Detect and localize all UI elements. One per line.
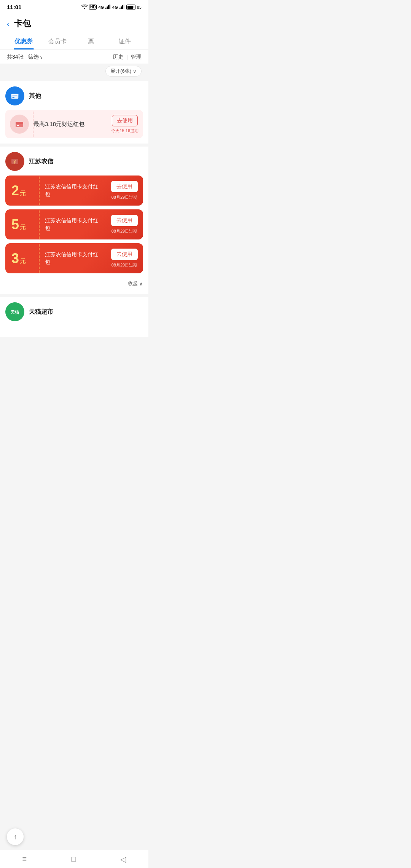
svg-rect-6 xyxy=(122,5,123,9)
signal-icon-2 xyxy=(119,5,125,10)
section-name-other: 其他 xyxy=(29,92,41,100)
wifi-icon xyxy=(81,5,88,10)
coupon-amount-1: 2 xyxy=(11,183,19,199)
network-4g-1: 4G xyxy=(98,5,104,10)
coupon-mid-3: 江苏农信信用卡支付红包 xyxy=(40,246,107,271)
chevron-down-icon: ∨ xyxy=(40,55,43,59)
total-count: 共34张 xyxy=(7,54,24,61)
coupon-unit-1: 元 xyxy=(20,190,26,198)
svg-rect-3 xyxy=(110,5,111,9)
red-coupon-3: 3 元 江苏农信信用卡支付红包 去使用 08月29日过期 xyxy=(5,243,143,273)
svg-rect-5 xyxy=(121,6,122,9)
use-button-red-2[interactable]: 去使用 xyxy=(111,215,138,226)
pink-coupon-icon xyxy=(10,115,29,134)
section-name-tmall: 天猫超市 xyxy=(29,308,53,316)
filter-left: 共34张 筛选 ∨ xyxy=(7,54,43,61)
back-button[interactable]: ‹ xyxy=(7,19,10,28)
coupon-mid-1: 江苏农信信用卡支付红包 xyxy=(40,178,107,203)
collapse-bar: 收起 ∧ xyxy=(5,277,143,289)
tab-credentials[interactable]: 证件 xyxy=(108,33,142,49)
svg-rect-10 xyxy=(13,97,15,98)
signal-icon-1 xyxy=(105,5,111,10)
coupon-right-2: 去使用 08月29日过期 xyxy=(107,209,143,239)
coupon-amount-3: 3 xyxy=(11,251,19,266)
coupon-title-2: 江苏农信信用卡支付红包 xyxy=(45,217,98,231)
expire-text-red-2: 08月29日过期 xyxy=(112,228,137,234)
svg-text:¥: ¥ xyxy=(13,159,16,165)
svg-rect-14 xyxy=(17,125,19,126)
status-bar: 11:01 HD 4G 4G xyxy=(0,0,148,13)
use-button-pink[interactable]: 去使用 xyxy=(112,115,138,126)
divider: | xyxy=(126,54,128,60)
svg-rect-4 xyxy=(119,8,121,9)
battery-icon xyxy=(126,5,135,10)
filter-button[interactable]: 筛选 ∨ xyxy=(28,54,43,61)
section-other: 其他 最高3.18元财运红包 去使用 今天15:16过期 xyxy=(0,81,148,144)
svg-rect-7 xyxy=(123,5,124,9)
filter-bar: 共34张 筛选 ∨ 历史 | 管理 xyxy=(0,50,148,64)
section-icon-tmall: 天猫 xyxy=(5,302,24,321)
chevron-down-icon: ∨ xyxy=(133,69,137,74)
chevron-up-icon: ∧ xyxy=(139,281,143,287)
section-header-tmall: 天猫 天猫超市 xyxy=(5,302,143,321)
manage-button[interactable]: 管理 xyxy=(131,54,142,61)
coupon-mid-2: 江苏农信信用卡支付红包 xyxy=(40,212,107,237)
coupon-right-3: 去使用 08月29日过期 xyxy=(107,243,143,273)
network-4g-2: 4G xyxy=(112,5,118,10)
section-header-jiangsu: ¥ 江苏农信 xyxy=(5,152,143,171)
expire-text-red-3: 08月29日过期 xyxy=(112,262,137,268)
coupon-left-3: 3 元 xyxy=(5,244,40,273)
history-button[interactable]: 历史 xyxy=(113,54,123,61)
section-tmall: 天猫 天猫超市 xyxy=(0,297,148,337)
section-icon-jiangsu: ¥ xyxy=(5,152,24,171)
tab-tickets[interactable]: 票 xyxy=(74,33,108,49)
svg-text:天猫: 天猫 xyxy=(10,310,19,314)
expire-text-red-1: 08月29日过期 xyxy=(112,195,137,200)
section-jiangsu: ¥ 江苏农信 2 元 江苏农信信用卡支付红包 去使用 08月29日过期 5 元 xyxy=(0,147,148,294)
status-icons: HD 4G 4G 83 xyxy=(81,5,142,10)
pink-coupon-action: 去使用 今天15:16过期 xyxy=(111,115,139,134)
section-header-other: 其他 xyxy=(5,86,143,105)
pink-coupon-description: 最高3.18元财运红包 xyxy=(33,121,107,128)
section-name-jiangsu: 江苏农信 xyxy=(29,158,53,166)
use-button-red-1[interactable]: 去使用 xyxy=(111,181,138,192)
svg-rect-0 xyxy=(105,8,107,9)
svg-rect-11 xyxy=(13,95,18,95)
tabs-bar: 优惠券 会员卡 票 证件 xyxy=(0,33,148,50)
tab-membership[interactable]: 会员卡 xyxy=(41,33,75,49)
header: ‹ 卡包 xyxy=(0,13,148,33)
expand-label: 展开(6张) xyxy=(110,68,131,75)
coupon-title-3: 江苏农信信用卡支付红包 xyxy=(45,251,98,265)
filter-right: 历史 | 管理 xyxy=(113,54,142,61)
battery-level: 83 xyxy=(137,5,142,10)
coupon-unit-2: 元 xyxy=(20,223,26,231)
coupon-left-2: 5 元 xyxy=(5,210,40,239)
collapse-label: 收起 xyxy=(128,280,138,287)
page-title: 卡包 xyxy=(14,18,31,29)
expand-bar: 展开(6张) ∨ xyxy=(0,64,148,78)
coupon-left-1: 2 元 xyxy=(5,176,40,206)
tab-coupons[interactable]: 优惠券 xyxy=(7,33,41,49)
svg-rect-1 xyxy=(107,6,108,9)
status-time: 11:01 xyxy=(7,4,21,10)
coupon-right-1: 去使用 08月29日过期 xyxy=(107,176,143,206)
coupon-amount-2: 5 xyxy=(11,217,19,233)
expand-button[interactable]: 展开(6张) ∨ xyxy=(105,66,142,77)
collapse-button[interactable]: 收起 ∧ xyxy=(128,280,143,287)
red-coupon-2: 5 元 江苏农信信用卡支付红包 去使用 08月29日过期 xyxy=(5,209,143,239)
coupon-title-1: 江苏农信信用卡支付红包 xyxy=(45,183,98,197)
svg-rect-2 xyxy=(108,5,109,9)
use-button-red-3[interactable]: 去使用 xyxy=(111,249,138,260)
section-icon-other xyxy=(5,86,24,105)
coupon-unit-3: 元 xyxy=(20,257,26,265)
hd-badge: HD xyxy=(89,5,97,10)
red-coupon-1: 2 元 江苏农信信用卡支付红包 去使用 08月29日过期 xyxy=(5,176,143,206)
filter-label: 筛选 xyxy=(28,54,39,61)
expire-text-pink: 今天15:16过期 xyxy=(111,128,139,134)
svg-rect-13 xyxy=(16,122,23,124)
pink-coupon: 最高3.18元财运红包 去使用 今天15:16过期 xyxy=(5,110,143,138)
